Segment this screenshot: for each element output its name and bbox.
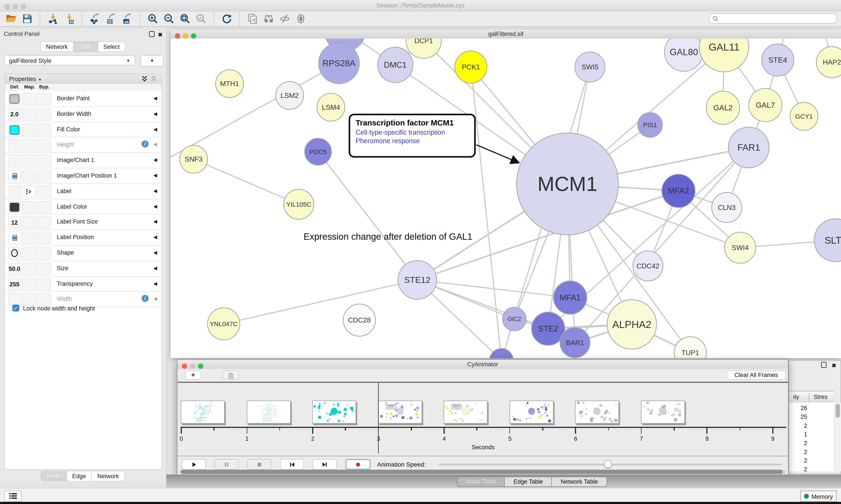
save-session-button[interactable] <box>21 13 33 25</box>
frame-thumbnail-4s[interactable] <box>444 400 488 424</box>
bypass-cell[interactable] <box>36 263 51 275</box>
float-results-icon[interactable] <box>821 362 826 369</box>
default-value-cell[interactable] <box>8 124 21 136</box>
expand-property-icon[interactable]: ◀ <box>154 157 157 162</box>
bypass-cell[interactable] <box>36 185 51 198</box>
info-icon[interactable]: i <box>142 141 149 148</box>
expand-property-icon[interactable]: ◀ <box>154 250 157 255</box>
network-node-gal7[interactable]: GAL7 <box>749 88 782 122</box>
tab-network[interactable]: Network <box>40 41 74 52</box>
expand-property-icon[interactable]: ◀ <box>154 234 157 240</box>
zoom-window-icon[interactable] <box>20 4 26 10</box>
clone-network-button[interactable] <box>247 13 258 25</box>
network-node-mfa1[interactable]: MFA1 <box>553 281 587 314</box>
add-frame-button[interactable]: + <box>185 371 201 380</box>
network-node-rps28a[interactable]: RPS28A <box>319 43 359 84</box>
default-value-cell[interactable] <box>8 247 21 259</box>
mapping-cell[interactable] <box>22 201 35 213</box>
expand-property-icon[interactable]: ◀ <box>154 219 157 224</box>
bypass-cell[interactable] <box>36 278 51 290</box>
tab-style[interactable]: Style <box>73 41 98 52</box>
export-network-button[interactable] <box>89 13 101 25</box>
zoom-network-icon[interactable] <box>191 33 196 38</box>
network-node-dmc1[interactable]: DMC1 <box>378 47 413 83</box>
results-column-stres[interactable]: Stres <box>813 394 827 400</box>
network-node-mth1[interactable]: MTH1 <box>215 70 243 97</box>
network-node-gcy1[interactable]: GCY1 <box>790 103 818 130</box>
expand-property-icon[interactable]: ◀ <box>154 111 157 116</box>
expand-property-icon[interactable]: ◀ <box>154 95 157 101</box>
timeline-scrollbar[interactable] <box>180 470 786 474</box>
task-history-button[interactable] <box>4 491 21 502</box>
zoom-cyanimator-icon[interactable] <box>198 363 203 369</box>
tab-network-table[interactable]: Network Table <box>552 476 607 487</box>
zoom-fit-button[interactable] <box>179 13 191 25</box>
expand-property-icon[interactable]: ◀ <box>154 296 157 302</box>
column-divider[interactable] <box>809 393 809 402</box>
zoom-selected-button[interactable] <box>195 13 207 25</box>
playhead[interactable] <box>378 383 379 454</box>
style-options-button[interactable]: ▼ <box>141 55 164 66</box>
window-traffic-lights[interactable] <box>4 2 29 12</box>
skip-start-button[interactable] <box>280 459 304 470</box>
mapping-cell[interactable] <box>22 232 35 244</box>
default-value-cell[interactable] <box>8 201 21 213</box>
frame-thumbnail-6s[interactable] <box>575 400 619 424</box>
style-target-tab-network[interactable]: Network <box>91 471 125 482</box>
network-node-mfa2[interactable]: MFA2 <box>662 174 695 208</box>
network-node-swi5[interactable]: SWI5 <box>575 52 605 82</box>
bypass-cell[interactable] <box>36 216 51 229</box>
mapping-cell[interactable] <box>22 124 35 136</box>
results-table-header[interactable]: ityStres <box>789 391 834 404</box>
network-node-ste12[interactable]: STE12 <box>398 260 436 299</box>
frame-thumbnail-2s[interactable] <box>312 400 356 424</box>
network-node-bar1[interactable]: BAR1 <box>560 327 590 358</box>
network-node-mcm1[interactable]: MCM1 <box>516 133 618 235</box>
frame-thumbnail-7s[interactable] <box>641 400 685 424</box>
network-node-pck1[interactable]: PCK1 <box>455 51 487 83</box>
collapse-all-icon[interactable] <box>151 75 157 85</box>
mapping-cell[interactable] <box>22 293 35 306</box>
close-window-icon[interactable] <box>4 4 10 10</box>
frame-thumbnail-0s[interactable] <box>181 400 225 424</box>
tab-node-table[interactable]: Node Table <box>457 476 505 487</box>
mapping-cell[interactable] <box>22 185 35 198</box>
expand-property-icon[interactable]: ◀ <box>154 265 157 271</box>
bypass-cell[interactable] <box>36 155 51 167</box>
network-window-titlebar[interactable]: galFiltered.sif <box>171 30 841 39</box>
expand-property-icon[interactable]: ◀ <box>154 126 157 131</box>
close-panel-icon[interactable]: ✖ <box>158 32 162 37</box>
mapping-cell[interactable] <box>22 247 35 259</box>
frame-thumbnail-3s[interactable] <box>378 400 422 424</box>
export-image-button[interactable] <box>121 13 133 25</box>
find-button[interactable] <box>263 13 275 25</box>
network-node-cln3[interactable]: CLN3 <box>712 193 742 222</box>
network-canvas[interactable]: MTH1LSM2LSM4RPS28ADMC1DCP1PCK1SWI5GAL80G… <box>171 38 841 358</box>
bypass-cell[interactable] <box>36 108 51 121</box>
close-results-icon[interactable]: ✖ <box>831 363 836 368</box>
search-input[interactable] <box>721 15 830 22</box>
skip-end-button[interactable] <box>313 459 337 470</box>
network-node-dcp1[interactable]: DCP1 <box>406 38 442 58</box>
memory-button[interactable]: Memory <box>800 491 837 502</box>
style-target-tab-edge[interactable]: Edge <box>66 471 92 482</box>
delete-frame-button[interactable] <box>222 371 238 380</box>
expand-property-icon[interactable]: ◀ <box>154 173 157 178</box>
frame-thumbnail-5s[interactable] <box>509 400 553 424</box>
network-node-gic2[interactable]: GIC2 <box>503 307 526 331</box>
default-value-cell[interactable]: 2.0 <box>8 108 21 121</box>
network-node-cdc28[interactable]: CDC28 <box>343 304 375 336</box>
mapping-cell[interactable] <box>22 108 35 121</box>
network-node-alpha2[interactable]: ALPHA2 <box>607 300 656 349</box>
search-box[interactable] <box>709 13 837 24</box>
expand-all-icon[interactable] <box>142 75 148 85</box>
mapping-cell[interactable] <box>22 139 35 151</box>
mapping-cell[interactable] <box>22 263 35 275</box>
info-icon[interactable]: i <box>142 295 149 302</box>
tab-edge-table[interactable]: Edge Table <box>504 476 552 487</box>
show-all-button[interactable] <box>295 13 307 25</box>
expand-property-icon[interactable]: ◀ <box>154 142 157 147</box>
network-node-lsm4[interactable]: LSM4 <box>317 93 345 121</box>
float-panel-icon[interactable] <box>149 31 155 38</box>
default-value-cell[interactable]: 12 <box>8 216 21 229</box>
